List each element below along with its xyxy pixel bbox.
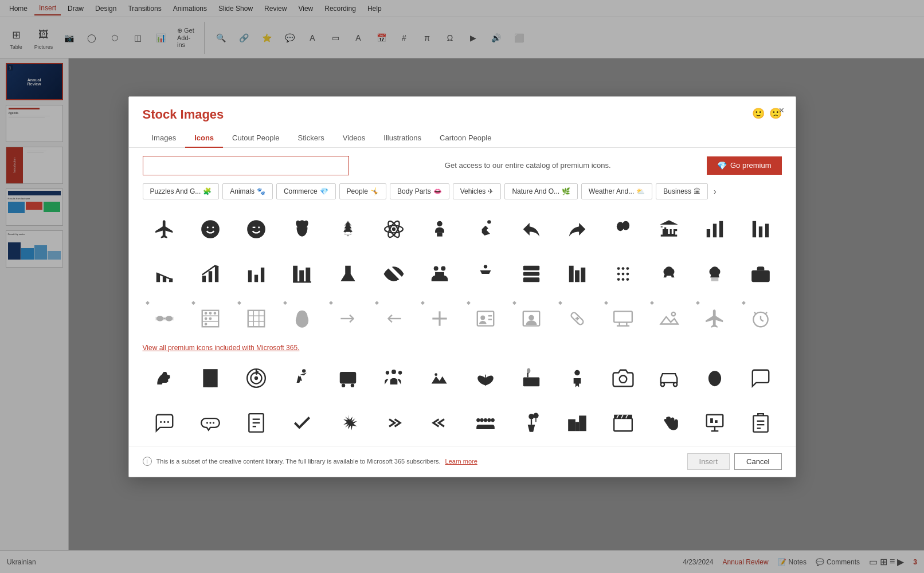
icon-contact-card-2[interactable]: ◆: [510, 297, 553, 340]
icon-bus[interactable]: [326, 356, 370, 400]
icon-atom[interactable]: [372, 207, 416, 251]
icon-target[interactable]: [234, 356, 278, 400]
icon-birthday-cake[interactable]: [510, 356, 553, 400]
icon-group-people[interactable]: [464, 401, 507, 445]
icon-bar-chart-2[interactable]: [739, 207, 782, 251]
insert-button[interactable]: Insert: [687, 453, 730, 470]
icon-wink[interactable]: [234, 207, 278, 251]
icon-reply[interactable]: [510, 207, 553, 251]
tab-cutout-people[interactable]: Cutout People: [223, 129, 288, 148]
cat-body-parts[interactable]: Body Parts 👄: [390, 183, 449, 199]
cat-puzzles[interactable]: Puzzles And G... 🧩: [143, 183, 220, 199]
icon-chart-up-1[interactable]: [189, 252, 232, 296]
tab-videos[interactable]: Videos: [334, 129, 375, 148]
icon-dinosaur[interactable]: [143, 356, 186, 400]
icon-chart-books[interactable]: [555, 252, 599, 296]
icon-stacked-books[interactable]: [510, 252, 553, 296]
icon-presenter[interactable]: [555, 356, 599, 400]
icon-car[interactable]: [647, 356, 691, 400]
icon-arrow-left-2[interactable]: ◆: [372, 297, 416, 340]
icon-institution[interactable]: [647, 207, 691, 251]
icon-person-lifting[interactable]: [464, 252, 507, 296]
icon-eye-slash[interactable]: [372, 252, 416, 296]
cat-nature[interactable]: Nature And O... 🌿: [504, 183, 578, 199]
categories-next-button[interactable]: ›: [711, 185, 719, 198]
icon-presentation-chart[interactable]: [693, 401, 737, 445]
cat-animals[interactable]: Animals 🐾: [222, 183, 273, 199]
emoji-happy-icon[interactable]: 🙂: [752, 107, 765, 120]
icon-baby[interactable]: [418, 207, 461, 251]
premium-link[interactable]: View all premium icons included with Mic…: [143, 342, 782, 356]
tab-stickers[interactable]: Stickers: [289, 129, 334, 148]
svg-rect-109: [339, 371, 356, 383]
icon-clapping[interactable]: [647, 401, 691, 445]
icon-checklist[interactable]: [234, 401, 278, 445]
learn-more-link[interactable]: Learn more: [445, 458, 477, 465]
icon-butterfly[interactable]: [464, 356, 507, 400]
svg-point-11: [487, 220, 491, 223]
icon-camera[interactable]: [601, 356, 645, 400]
icon-airplane[interactable]: [143, 207, 186, 251]
icon-city[interactable]: [555, 401, 599, 445]
premium-badge-13: ◆: [696, 300, 700, 305]
icon-forward[interactable]: [555, 207, 599, 251]
icon-beaker[interactable]: [326, 252, 370, 296]
icon-person-running[interactable]: [280, 356, 324, 400]
icon-acorn[interactable]: ◆: [280, 297, 324, 340]
icon-smiley[interactable]: [189, 207, 232, 251]
cat-commerce[interactable]: Commerce 💎: [276, 183, 336, 199]
icon-bar-chart-1[interactable]: [693, 207, 737, 251]
icon-fireworks[interactable]: [326, 401, 370, 445]
icon-chart-4[interactable]: [280, 252, 324, 296]
icon-plane-premium[interactable]: ◆: [693, 297, 737, 340]
close-button[interactable]: ×: [775, 104, 789, 117]
tab-cartoon-people[interactable]: Cartoon People: [430, 129, 500, 148]
cat-business[interactable]: Business 🏛: [656, 183, 708, 199]
icon-crawling[interactable]: [464, 207, 507, 251]
icon-cat[interactable]: [693, 356, 737, 400]
icon-billboard[interactable]: ◆: [601, 297, 645, 340]
icon-chat-bubbles[interactable]: [739, 356, 782, 400]
icon-checkmark[interactable]: [280, 401, 324, 445]
icon-clipboard[interactable]: [739, 401, 782, 445]
tab-icons[interactable]: Icons: [185, 129, 223, 148]
go-premium-button[interactable]: 💎 Go premium: [707, 156, 782, 175]
search-input[interactable]: [143, 156, 349, 175]
icon-building[interactable]: [189, 356, 232, 400]
icon-mountain-people[interactable]: [418, 356, 461, 400]
icon-people-working[interactable]: [418, 252, 461, 296]
cancel-button[interactable]: Cancel: [734, 453, 781, 470]
cat-people[interactable]: People 🤸: [339, 183, 386, 199]
tab-images[interactable]: Images: [143, 129, 186, 148]
icon-bandage[interactable]: ◆: [555, 297, 599, 340]
icon-balloons[interactable]: [601, 207, 645, 251]
icon-briefcase[interactable]: [739, 252, 782, 296]
icon-recycle[interactable]: [326, 207, 370, 251]
icon-clapperboard[interactable]: [601, 401, 645, 445]
icon-chart-down-1[interactable]: [143, 252, 186, 296]
icon-chart-3[interactable]: [234, 252, 278, 296]
tab-illustrations[interactable]: Illustrations: [374, 129, 430, 148]
icon-brain-1[interactable]: [647, 252, 691, 296]
icon-plus-2[interactable]: ◆: [418, 297, 461, 340]
icon-3d-glasses[interactable]: ◆: [143, 297, 186, 340]
icon-person-balloon[interactable]: [510, 401, 553, 445]
icon-arrow-right-2[interactable]: ◆: [326, 297, 370, 340]
icon-landscape[interactable]: ◆: [647, 297, 691, 340]
icon-dots-chat-1[interactable]: [143, 401, 186, 445]
svg-rect-38: [435, 272, 444, 278]
icon-contact-card-1[interactable]: ◆: [464, 297, 507, 340]
cat-vehicles[interactable]: Vehicles ✈: [453, 183, 502, 199]
icon-alarm-clock[interactable]: ◆: [739, 297, 782, 340]
icon-braille-dots[interactable]: [601, 252, 645, 296]
icon-apple[interactable]: [280, 207, 324, 251]
icon-abacus[interactable]: ◆: [189, 297, 232, 340]
icon-crowd-1[interactable]: [372, 356, 416, 400]
icon-brain-2[interactable]: [693, 252, 737, 296]
svg-rect-25: [214, 266, 218, 282]
icon-chevrons-left[interactable]: [418, 401, 461, 445]
icon-dots-chat-2[interactable]: [189, 401, 232, 445]
icon-chevrons-right[interactable]: [372, 401, 416, 445]
cat-weather[interactable]: Weather And... ⛅: [581, 183, 652, 199]
icon-grid-matrix[interactable]: ◆: [234, 297, 278, 340]
